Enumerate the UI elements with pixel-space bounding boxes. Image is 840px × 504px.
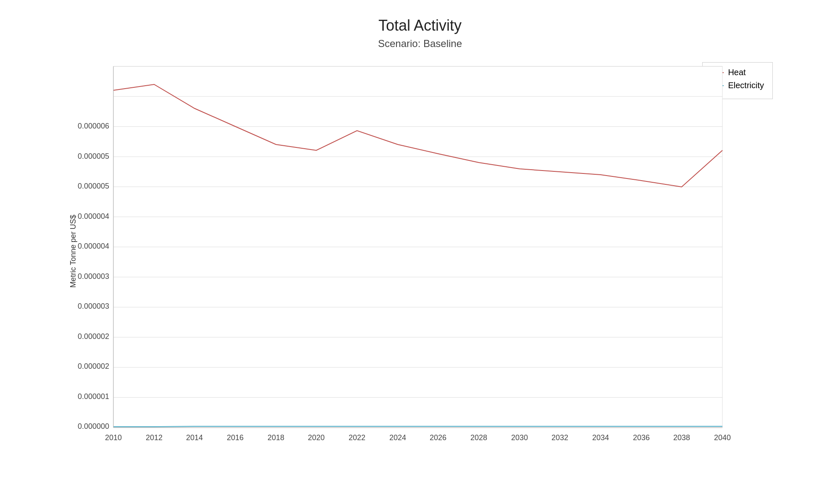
svg-text:2040: 2040 (714, 433, 731, 442)
svg-text:0.000003: 0.000003 (78, 302, 109, 310)
svg-text:0.000000: 0.000000 (78, 422, 109, 430)
svg-text:2024: 2024 (389, 433, 406, 442)
svg-text:2028: 2028 (470, 433, 487, 442)
chart-subtitle: Scenario: Baseline (378, 38, 462, 50)
svg-text:2030: 2030 (511, 433, 528, 442)
svg-text:2016: 2016 (227, 433, 244, 442)
svg-text:2012: 2012 (146, 433, 163, 442)
svg-text:0.000003: 0.000003 (78, 272, 109, 281)
svg-text:0.000005: 0.000005 (78, 182, 109, 190)
electricity-line (113, 426, 722, 427)
svg-text:0.000004: 0.000004 (78, 212, 109, 220)
svg-text:0.000006: 0.000006 (78, 122, 109, 130)
svg-text:0.000005: 0.000005 (78, 152, 109, 160)
svg-text:2026: 2026 (430, 433, 446, 442)
chart-area: Heat Electricity (63, 62, 777, 461)
svg-text:2014: 2014 (186, 433, 203, 442)
chart-container: Total Activity Scenario: Baseline Heat E… (0, 0, 840, 504)
svg-text:0.000004: 0.000004 (78, 242, 109, 250)
svg-text:0.000002: 0.000002 (78, 332, 109, 341)
chart-svg: 0.000000 0.000001 0.000002 0.000002 0.00… (63, 62, 777, 461)
svg-text:2020: 2020 (308, 433, 325, 442)
svg-text:2018: 2018 (268, 433, 284, 442)
svg-text:0.000001: 0.000001 (78, 392, 109, 401)
svg-text:2010: 2010 (105, 433, 122, 442)
svg-text:2022: 2022 (349, 433, 365, 442)
svg-text:0.000002: 0.000002 (78, 362, 109, 370)
svg-text:2032: 2032 (551, 433, 568, 442)
svg-text:2036: 2036 (633, 433, 650, 442)
svg-text:2034: 2034 (592, 433, 609, 442)
svg-text:Metric Tonne  per US$: Metric Tonne per US$ (69, 215, 77, 288)
svg-text:2038: 2038 (673, 433, 690, 442)
chart-title: Total Activity (378, 17, 462, 34)
